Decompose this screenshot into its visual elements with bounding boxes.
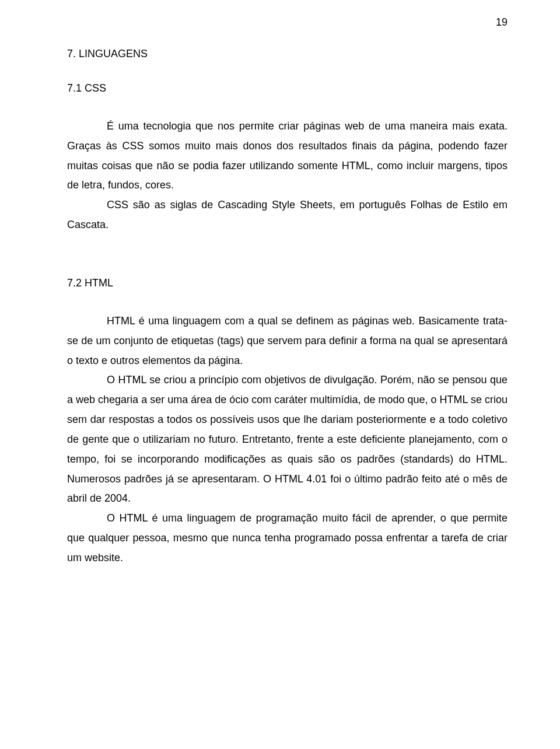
- subheading-html: 7.2 HTML: [67, 277, 508, 289]
- paragraph-html-2: O HTML se criou a princípio com objetivo…: [67, 370, 508, 509]
- paragraph-css-2: CSS são as siglas de Cascading Style She…: [67, 195, 508, 235]
- paragraph-html-3: O HTML é uma linguagem de programação mu…: [67, 509, 508, 568]
- paragraph-css-1: É uma tecnologia que nos permite criar p…: [67, 117, 508, 195]
- page-number: 19: [496, 16, 508, 29]
- subheading-css: 7.1 CSS: [67, 82, 508, 94]
- heading-linguagens: 7. LINGUAGENS: [67, 48, 508, 60]
- paragraph-html-1: HTML é uma linguagem com a qual se defin…: [67, 312, 508, 370]
